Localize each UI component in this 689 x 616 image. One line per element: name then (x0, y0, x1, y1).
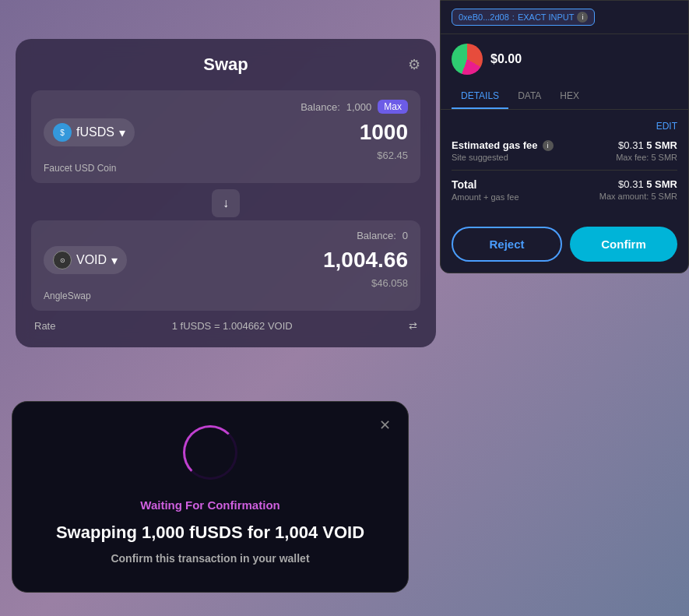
divider (452, 170, 677, 171)
to-balance-value: 0 (403, 230, 408, 241)
to-token-chevron: ▾ (111, 253, 118, 268)
edit-link[interactable]: EDIT (452, 121, 677, 132)
wallet-header: 0xeB0...2d08 : EXACT INPUT i (441, 1, 688, 34)
gas-max: Max fee: 5 SMR (616, 153, 677, 162)
wallet-address: 0xeB0...2d08 (459, 12, 509, 22)
down-arrow-icon: ↓ (223, 196, 229, 210)
wallet-actions: Reject Confirm (441, 216, 688, 273)
rate-value: 1 fUSDS = 1.004662 VOID (172, 320, 293, 332)
swap-card: Swap ⚙ Balance: 1,000 Max $ fUSDS ▾ 1000… (16, 39, 436, 347)
exact-input-label: EXACT INPUT (518, 12, 575, 22)
from-token-selector[interactable]: $ fUSDS ▾ (44, 118, 135, 146)
tab-data[interactable]: DATA (508, 84, 550, 109)
gas-usd-value: $0.31 5 SMR (616, 139, 677, 151)
from-token-symbol: fUSDS (76, 125, 114, 139)
wallet-usd-balance: $0.00 (490, 52, 522, 66)
wallet-tabs: DETAILS DATA HEX (441, 84, 688, 110)
rate-swap-icon[interactable]: ⇄ (409, 320, 417, 332)
swap-card-header: Swap ⚙ (31, 55, 420, 75)
spinner-container (36, 425, 385, 480)
pie-chart-icon (452, 44, 483, 75)
wallet-content: EDIT Estimated gas fee i Site suggested … (441, 110, 688, 216)
from-token-name: Faucet USD Coin (44, 163, 408, 174)
wallet-address-badge: 0xeB0...2d08 : EXACT INPUT i (452, 9, 595, 26)
to-token-usd: $46.058 (44, 277, 408, 289)
to-balance-line: Balance: 0 (44, 230, 408, 241)
total-label: Total (452, 178, 519, 191)
void-icon: ⊙ (53, 251, 72, 269)
confirmation-modal: ✕ Waiting For Confirmation Swapping 1,00… (12, 401, 409, 593)
total-label-group: Total Amount + gas fee (452, 178, 519, 202)
rate-row: Rate 1 fUSDS = 1.004662 VOID ⇄ (31, 320, 420, 332)
total-max: Max amount: 5 SMR (599, 192, 677, 201)
info-icon[interactable]: i (577, 12, 588, 23)
from-token-amount: 1000 (360, 120, 408, 145)
to-balance-label: Balance: (357, 230, 396, 241)
total-sublabel: Amount + gas fee (452, 192, 519, 202)
modal-close-button[interactable]: ✕ (374, 414, 395, 436)
exact-input-separator: : (512, 12, 515, 22)
from-balance-value: 1,000 (346, 101, 372, 113)
to-token-amount: 1,004.66 (323, 248, 408, 273)
reject-button[interactable]: Reject (452, 227, 562, 262)
to-token-row: Balance: 0 ⊙ VOID ▾ 1,004.66 $46.058 Ang… (31, 220, 420, 311)
to-usd-value: $46.058 (371, 277, 408, 289)
gear-icon[interactable]: ⚙ (408, 56, 420, 73)
from-token-chevron: ▾ (119, 125, 125, 140)
confirm-button[interactable]: Confirm (570, 227, 677, 262)
total-value-group: $0.31 5 SMR Max amount: 5 SMR (599, 178, 677, 201)
confirm-wallet-text: Confirm this transaction in your wallet (36, 552, 385, 565)
max-button[interactable]: Max (378, 100, 408, 114)
gas-sublabel: Site suggested (452, 153, 554, 162)
swap-title: Swap (203, 55, 248, 75)
tab-details[interactable]: DETAILS (452, 84, 508, 109)
to-token-selector[interactable]: ⊙ VOID ▾ (44, 246, 127, 274)
gas-value-group: $0.31 5 SMR Max fee: 5 SMR (616, 139, 677, 162)
from-token-usd: $62.45 (44, 150, 408, 161)
to-token-name: AngleSwap (44, 290, 408, 301)
gas-info-icon[interactable]: i (543, 140, 554, 151)
gas-fee-label: Estimated gas fee (452, 139, 538, 151)
total-smr-value: 5 SMR (646, 178, 677, 190)
gas-label-group: Estimated gas fee i Site suggested (452, 139, 554, 162)
total-usd-value: $0.31 5 SMR (599, 178, 677, 190)
gas-smr-value: 5 SMR (646, 139, 677, 151)
from-balance-line: Balance: 1,000 Max (44, 100, 408, 114)
from-usd-value: $62.45 (377, 150, 408, 161)
to-token-symbol: VOID (76, 253, 107, 267)
from-balance-label: Balance: (301, 101, 340, 113)
swap-arrow-container: ↓ (31, 189, 420, 217)
to-token-input-row: ⊙ VOID ▾ 1,004.66 (44, 246, 408, 274)
fusdc-icon: $ (53, 123, 72, 142)
swap-description: Swapping 1,000 fUSDS for 1,004 VOID (36, 523, 385, 543)
waiting-text: Waiting For Confirmation (36, 498, 385, 512)
loading-spinner (183, 425, 237, 480)
swap-arrow-button[interactable]: ↓ (212, 189, 240, 217)
wallet-popup: 0xeB0...2d08 : EXACT INPUT i $0.00 DETAI… (440, 0, 689, 273)
rate-label: Rate (34, 320, 55, 332)
tab-hex[interactable]: HEX (550, 84, 589, 109)
wallet-balance-row: $0.00 (441, 34, 688, 84)
gas-fee-row: Estimated gas fee i Site suggested $0.31… (452, 139, 677, 162)
from-token-row: Balance: 1,000 Max $ fUSDS ▾ 1000 $62.45… (31, 90, 420, 183)
total-row: Total Amount + gas fee $0.31 5 SMR Max a… (452, 178, 677, 202)
from-token-input-row: $ fUSDS ▾ 1000 (44, 118, 408, 146)
